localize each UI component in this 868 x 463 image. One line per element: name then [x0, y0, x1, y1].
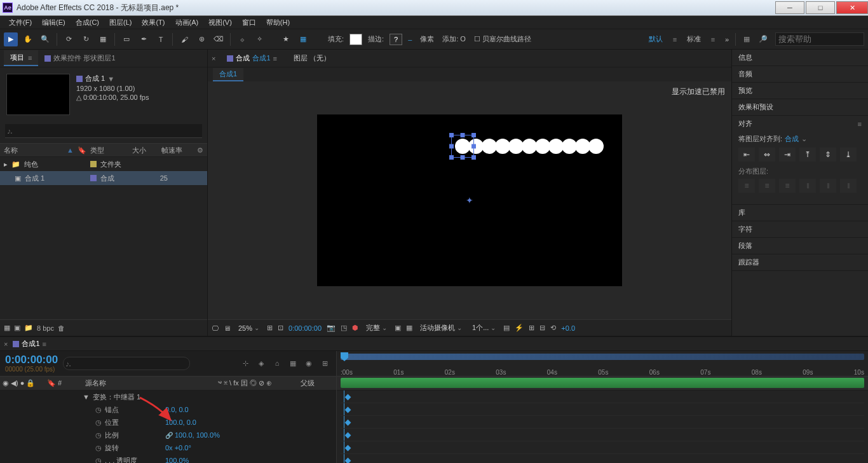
workspace-default[interactable]: 默认 [649, 34, 663, 44]
timeline-ruler[interactable]: :00s01s 02s03s 04s05s 06s07s 08s09s 10s [337, 351, 868, 377]
paragraph-panel-header[interactable]: 段落 [732, 238, 868, 254]
menu-edit[interactable]: 编辑(E) [37, 17, 71, 29]
composition-tab[interactable]: 合成 合成1 ≡ [222, 51, 282, 66]
camera-tool-icon[interactable]: ▦ [96, 32, 110, 46]
project-item-comp[interactable]: ▣ 合成 1 合成 25 [0, 171, 207, 185]
property-row-rotation[interactable]: ◷旋转 0x +0.0° [0, 441, 336, 454]
preview-panel-header[interactable]: 预览 [732, 83, 868, 99]
align-vcenter-icon[interactable]: ⇕ [820, 148, 836, 162]
item-label-swatch[interactable] [90, 175, 97, 181]
keyframe-marker[interactable] [345, 394, 351, 401]
stopwatch-icon[interactable]: ◷ [95, 444, 102, 452]
timeline-tracks[interactable] [337, 390, 868, 463]
layer-duration-bar[interactable] [341, 378, 864, 388]
show-snapshot-icon[interactable]: ◳ [341, 324, 347, 332]
keyframe-marker[interactable] [345, 407, 351, 413]
workspace-menu-icon[interactable]: ≡ [706, 32, 720, 46]
roi-icon[interactable]: ▣ [395, 324, 401, 332]
magnify-icon[interactable]: 🖵 [212, 324, 219, 332]
col-settings-icon[interactable]: ⚙ [197, 146, 203, 155]
current-time[interactable]: 0:00:00:00 [288, 324, 322, 332]
workspace-standard[interactable]: 标准 [687, 34, 701, 44]
align-right-icon[interactable]: ⇥ [779, 148, 796, 162]
close-button[interactable]: ✕ [836, 1, 868, 14]
text-tool-icon[interactable]: T [154, 32, 168, 46]
selection-tool-icon[interactable]: ▶ [4, 32, 18, 46]
menu-help[interactable]: 帮助(H) [261, 17, 295, 29]
bpc-button[interactable]: 8 bpc [37, 324, 54, 332]
stopwatch-icon[interactable]: ◷ [95, 418, 102, 427]
zoom-dropdown[interactable]: 25% [236, 324, 262, 333]
tracker-panel-header[interactable]: 跟踪器 [732, 254, 868, 270]
stopwatch-icon[interactable]: ◷ [95, 431, 102, 439]
composition-viewer[interactable]: 显示加速已禁用 ✦ [208, 81, 731, 319]
display-icon[interactable]: 🖥 [224, 324, 231, 332]
fill-swatch[interactable] [349, 34, 362, 45]
col-type[interactable]: 类型 [90, 146, 128, 155]
effects-panel-header[interactable]: 效果和预设 [732, 99, 868, 115]
transparency-icon[interactable]: ▦ [406, 324, 412, 332]
align-hcenter-icon[interactable]: ⇔ [759, 148, 775, 162]
trash-icon[interactable]: 🗑 [58, 324, 65, 332]
exposure-value[interactable]: +0.0 [561, 324, 575, 332]
orbit-tool-icon[interactable]: ⟳ [62, 32, 76, 46]
hand-tool-icon[interactable]: ✋ [21, 32, 35, 46]
stroke-swatch[interactable]: ? [390, 34, 402, 45]
menu-window[interactable]: 窗口 [237, 17, 261, 29]
views-dropdown[interactable]: 1个... [470, 322, 498, 333]
add-label[interactable]: 添加: O [442, 34, 466, 44]
menu-view[interactable]: 视图(V) [203, 17, 237, 29]
timeline-tab[interactable]: 合成1 ≡ [8, 337, 51, 350]
composition-thumbnail[interactable] [6, 74, 70, 115]
bezier-checkbox-label[interactable]: ☐ 贝塞尔曲线路径 [474, 34, 531, 44]
character-panel-header[interactable]: 字符 [732, 221, 868, 237]
tab-menu-icon[interactable]: ≡ [28, 54, 32, 62]
motion-blur-icon[interactable]: ◉ [302, 359, 315, 368]
shape-star-icon[interactable]: ★ [279, 32, 293, 46]
audio-panel-header[interactable]: 音频 [732, 66, 868, 82]
zoom-tool-icon[interactable]: 🔍 [38, 32, 52, 46]
expand-button[interactable]: » [725, 36, 729, 43]
stopwatch-icon[interactable]: ◷ [95, 457, 102, 464]
eraser-tool-icon[interactable]: ⌫ [212, 32, 226, 46]
menu-file[interactable]: 文件(F) [4, 17, 37, 29]
graph-editor-icon[interactable]: ⊞ [318, 359, 331, 368]
property-row-anchor[interactable]: ◷锚点 0.0, 0.0 [0, 403, 336, 416]
new-comp-icon[interactable]: ▣ [14, 324, 20, 332]
align-top-icon[interactable]: ⤒ [799, 148, 816, 162]
source-name-header[interactable]: 源名称 [83, 378, 215, 388]
comp-mini-flowchart-icon[interactable]: ⊹ [239, 359, 252, 368]
layer-tab[interactable]: 图层 （无） [288, 51, 336, 66]
timeline-search-input[interactable] [63, 357, 190, 370]
rotate-tool-icon[interactable]: ↻ [79, 32, 93, 46]
effect-controls-tab[interactable]: 效果控件 形状图层1 [38, 51, 121, 66]
property-value[interactable]: 0.0, 0.0 [165, 406, 189, 413]
stopwatch-icon[interactable]: ◷ [95, 406, 102, 414]
label-header-icon[interactable]: 🔖 [78, 146, 86, 155]
keyframe-marker[interactable] [345, 445, 351, 452]
pixel-aspect-icon[interactable]: ▤ [503, 324, 510, 332]
keyframe-marker[interactable] [345, 432, 351, 439]
align-to-dropdown[interactable]: 合成 [785, 134, 799, 144]
minimize-button[interactable]: ─ [775, 1, 804, 14]
frame-blend-icon[interactable]: ▦ [287, 359, 299, 368]
property-row-start-opacity[interactable]: ◷. . . 透明度 100.0% [0, 454, 336, 463]
maximize-button[interactable]: □ [806, 1, 835, 14]
shape-circle-first[interactable] [455, 139, 470, 154]
col-fps[interactable]: 帧速率 [161, 146, 193, 155]
timeline-icon[interactable]: ⊞ [529, 324, 534, 332]
menu-effect[interactable]: 效果(T) [137, 17, 170, 29]
channel-icon[interactable]: ⬢ [352, 324, 358, 332]
align-panel-header[interactable]: 对齐≡ [732, 116, 868, 132]
composition-canvas[interactable]: ✦ [317, 114, 622, 286]
snapshot-icon[interactable]: 📷 [327, 324, 336, 332]
property-value[interactable]: 100.0, 0.0 [165, 418, 196, 426]
stamp-tool-icon[interactable]: ⊛ [194, 32, 208, 46]
tab-closer-icon[interactable]: × [212, 55, 215, 62]
help-search-input[interactable] [775, 32, 864, 46]
project-tab[interactable]: 项目≡ [4, 50, 38, 66]
property-value[interactable]: 100.0% [165, 457, 189, 463]
menu-composition[interactable]: 合成(C) [71, 17, 104, 29]
property-value[interactable]: 0x +0.0° [165, 444, 191, 452]
pen-tool-icon[interactable]: ✒ [137, 32, 151, 46]
